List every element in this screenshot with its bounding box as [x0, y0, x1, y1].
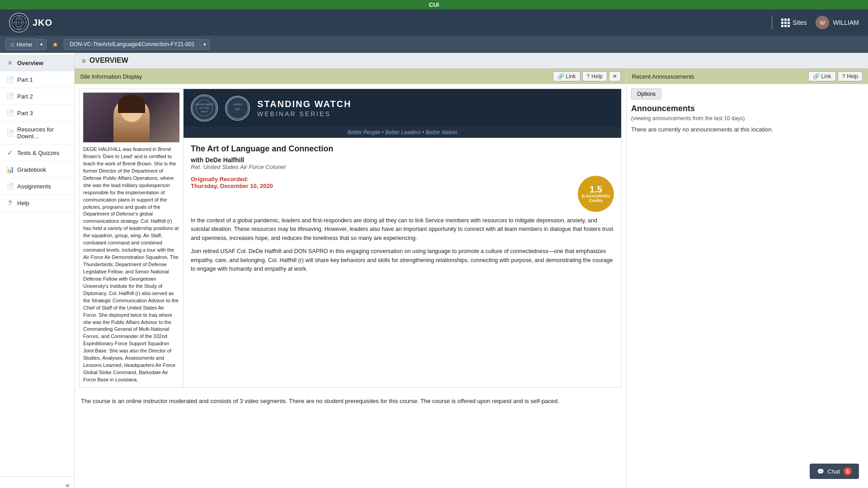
sidebar-overview-label: Overview: [17, 60, 43, 66]
bio-text: DEDE HALFHILL was featured in Brené Brow…: [83, 146, 179, 384]
course-title: The Art of Language and Connection: [191, 144, 614, 154]
announcements-panel-title: Recent Announcements: [632, 73, 694, 80]
svg-text:DEPARTMENT: DEPARTMENT: [195, 103, 214, 106]
chat-button[interactable]: 💬 Chat 5: [810, 464, 859, 479]
sidebar-item-gradebook[interactable]: 📊 Gradebook: [0, 161, 74, 178]
announcements-link-button[interactable]: 🔗 Link: [808, 71, 836, 81]
sidebar-item-part3[interactable]: 📄 Part 3: [0, 105, 74, 122]
webinar-title-block: STANDING WATCH WEBINAR SERIES: [257, 99, 614, 117]
home-icon: ⌂: [10, 41, 14, 48]
course-breadcrumb: DON-VC-TheArtofLanguage&Connection-FY21-…: [64, 39, 210, 50]
course-date-value: Thursday, December 10, 2020: [191, 183, 273, 189]
user-avatar: W: [816, 16, 829, 29]
webinar-tagline: Better People • Better Leaders • Better …: [184, 127, 621, 138]
course-breadcrumb-button[interactable]: DON-VC-TheArtofLanguage&Connection-FY21-…: [64, 39, 200, 50]
announcements-options-button[interactable]: Options: [631, 89, 661, 99]
main-layout: ≡ Overview 📄 Part 1 📄 Part 2 📄 Part 3 📄 …: [0, 53, 868, 488]
webinar-subtitle: WEBINAR SERIES: [257, 110, 614, 117]
logo-text: JKO: [33, 18, 52, 28]
nav-divider: [772, 16, 772, 29]
svg-text:OF THE: OF THE: [199, 107, 209, 109]
course-date-label: Originally Recorded:: [191, 176, 273, 183]
user-button[interactable]: W WILLIAM: [816, 16, 859, 29]
announcements-help-button[interactable]: ? Help: [838, 71, 863, 81]
webinar-banner: DEPARTMENT OF THE NAVY SAPRO: [184, 89, 621, 127]
bottom-text-content: The course is an online instructor moder…: [81, 397, 620, 406]
course-dropdown-button[interactable]: ▾: [200, 39, 210, 50]
site-info-title: Site Information Display: [80, 73, 142, 80]
credit-suffix: Credits: [589, 198, 603, 203]
assignments-icon: 📄: [6, 183, 14, 190]
content-header-icon: ≡: [82, 57, 86, 65]
cui-banner: CUI: [0, 0, 868, 9]
sidebar-assignments-label: Assignments: [17, 183, 51, 190]
sidebar-help-label: Help: [17, 200, 29, 206]
sidebar-item-overview[interactable]: ≡ Overview: [0, 55, 74, 71]
course-info-block: DEDE HALFHILL was featured in Brené Brow…: [79, 89, 622, 388]
chat-badge: 5: [844, 467, 852, 475]
home-dropdown-button[interactable]: ▾: [37, 39, 47, 50]
course-presenter: with DeDe Halfhill: [191, 156, 614, 164]
chat-icon: 💬: [817, 468, 824, 475]
ann-help-icon: ?: [842, 73, 845, 80]
main-body: DEDE HALFHILL was featured in Brené Brow…: [75, 89, 626, 410]
site-info-help-button[interactable]: ? Help: [582, 71, 607, 81]
bio-hair: [118, 95, 145, 113]
sidebar: ≡ Overview 📄 Part 1 📄 Part 2 📄 Part 3 📄 …: [0, 53, 75, 488]
sidebar-tests-label: Tests & Quizzes: [17, 150, 59, 156]
sidebar-part3-label: Part 3: [17, 110, 33, 117]
course-rank: Ret. United States Air Force Colonel: [191, 164, 614, 170]
cui-label: CUI: [429, 1, 439, 8]
part1-icon: 📄: [6, 76, 14, 83]
sidebar-item-tests[interactable]: ✓ Tests & Quizzes: [0, 145, 74, 161]
tests-icon: ✓: [6, 149, 14, 156]
announcements-link-label: Link: [821, 73, 831, 80]
logo-icon: [9, 13, 29, 33]
top-nav: JKO Sites W WILLIAM: [0, 9, 868, 36]
overview-icon: ≡: [6, 59, 14, 66]
sidebar-gradebook-label: Gradebook: [17, 166, 46, 173]
bottom-text: The course is an online instructor moder…: [75, 392, 626, 410]
user-label: WILLIAM: [833, 19, 859, 26]
sidebar-item-part2[interactable]: 📄 Part 2: [0, 88, 74, 105]
bio-column: DEDE HALFHILL was featured in Brené Brow…: [80, 89, 184, 387]
sites-label: Sites: [793, 19, 807, 26]
part3-icon: 📄: [6, 109, 14, 117]
main-panel: Site Information Display 🔗 Link ? Help ✕: [75, 69, 626, 488]
site-info-close-button[interactable]: ✕: [609, 71, 621, 81]
course-right-column: DEPARTMENT OF THE NAVY SAPRO: [184, 89, 621, 387]
course-desc-1: In the context of a global pandemic, lea…: [191, 216, 614, 243]
course-date-block: Originally Recorded: Thursday, December …: [191, 176, 614, 212]
announcements-empty-message: There are currently no announcements at …: [631, 126, 863, 133]
sites-button[interactable]: Sites: [781, 19, 807, 27]
sidebar-part1-label: Part 1: [17, 76, 33, 83]
svg-text:SEAL: SEAL: [235, 108, 241, 110]
resources-icon: 📄: [6, 129, 14, 136]
credit-label: D-SAACP/CEU: [582, 194, 610, 198]
webinar-seal-2: SAPRO SEAL: [225, 96, 250, 121]
help-icon: ?: [6, 199, 14, 206]
announcements-options-label: Options: [637, 91, 656, 97]
announcements-body: Options Announcements (viewing announcem…: [627, 84, 868, 488]
sidebar-item-help[interactable]: ? Help: [0, 195, 74, 211]
announcements-panel-buttons: 🔗 Link ? Help: [808, 71, 863, 81]
content-area: ≡ OVERVIEW Site Information Display 🔗 Li…: [75, 53, 868, 488]
collapse-sidebar-button[interactable]: «: [0, 476, 74, 488]
right-panel: Recent Announcements 🔗 Link ? Help: [626, 69, 868, 488]
credit-number: 1.5: [590, 185, 602, 194]
home-button[interactable]: ⌂ Home: [5, 38, 37, 50]
favorite-star-icon[interactable]: ★: [52, 40, 58, 49]
sidebar-item-part1[interactable]: 📄 Part 1: [0, 71, 74, 88]
site-info-link-label: Link: [566, 73, 576, 80]
sidebar-item-assignments[interactable]: 📄 Assignments: [0, 178, 74, 195]
announcements-help-label: Help: [847, 73, 858, 80]
sidebar-item-resources[interactable]: 📄 Resources for Downl...: [0, 122, 74, 145]
bio-image: [83, 93, 179, 142]
sites-grid-icon: [781, 19, 790, 27]
course-desc-2: Join retired USAF Col. DeDe Halfhill and…: [191, 247, 614, 273]
sidebar-part2-label: Part 2: [17, 93, 33, 100]
content-header-title: OVERVIEW: [90, 56, 128, 65]
help-question-icon: ?: [587, 73, 590, 80]
site-info-link-button[interactable]: 🔗 Link: [553, 71, 580, 81]
site-info-help-label: Help: [591, 73, 603, 80]
